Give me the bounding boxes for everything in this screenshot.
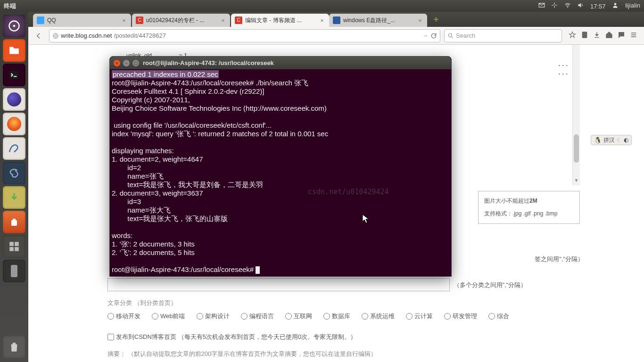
- trash-icon[interactable]: [3, 336, 25, 358]
- clock[interactable]: 17:57: [590, 3, 606, 10]
- svg-point-3: [13, 25, 16, 27]
- user-menu[interactable]: lijialin: [612, 2, 640, 9]
- app-icon-s[interactable]: [3, 162, 25, 184]
- svg-rect-10: [11, 265, 17, 277]
- ime-indicator[interactable]: 🐧 拼汉 ☾ ◐: [591, 135, 632, 145]
- new-tab-button[interactable]: +: [431, 15, 441, 25]
- close-icon[interactable]: ×: [319, 17, 325, 24]
- category-input[interactable]: [107, 278, 450, 291]
- chat-icon[interactable]: [618, 31, 625, 41]
- home-icon[interactable]: [605, 31, 613, 41]
- svg-rect-4: [9, 71, 19, 79]
- ellipsis-text: ...: [558, 60, 569, 67]
- nav-toolbar: write.blog.csdn.net/postedit/44728627 Se…: [28, 27, 644, 45]
- tag-hint: 签之间用","分隔）: [535, 255, 584, 263]
- category-radio[interactable]: Web前端: [152, 312, 185, 321]
- back-button[interactable]: [32, 29, 45, 42]
- menu-icon[interactable]: [630, 31, 637, 41]
- tab-qq[interactable]: QQ ×: [33, 14, 131, 27]
- app-icon-yellow[interactable]: [3, 186, 25, 209]
- favicon: [333, 16, 340, 24]
- search-input[interactable]: Search: [444, 29, 562, 42]
- penguin-icon: 🐧: [594, 137, 602, 144]
- favicon: C: [235, 16, 242, 24]
- category-radio-row: 移动开发 Web前端 架构设计 编程语言 互联网 数据库 系统运维 云计算 研发…: [107, 312, 580, 321]
- publish-checkbox[interactable]: [107, 334, 114, 340]
- svg-point-12: [448, 33, 452, 37]
- category-radio[interactable]: 系统运维: [362, 312, 395, 321]
- ellipsis-text: ...: [558, 69, 569, 76]
- active-app-name: 终端: [4, 2, 16, 10]
- multi-category-hint: （多个分类之间用","分隔）: [454, 281, 527, 288]
- category-radio[interactable]: 编程语言: [241, 312, 274, 321]
- upload-hint-box: 图片大小不能超过2M 支持格式：.jpg .gif .png .bmp: [478, 191, 580, 224]
- category-radio[interactable]: 研发管理: [444, 312, 477, 321]
- search-icon: [447, 33, 454, 39]
- svg-point-1: [614, 3, 617, 6]
- toolbar-icons: [566, 31, 640, 41]
- tab-edit-article[interactable]: C 编辑文章 - 博客频道 ... ×: [231, 14, 329, 27]
- files-icon[interactable]: [3, 39, 25, 62]
- tab-windows-e-path[interactable]: windows E盘路径_... ×: [329, 14, 427, 27]
- scroll-down-icon[interactable]: ▼: [573, 178, 580, 185]
- mysql-workbench-icon[interactable]: [3, 137, 25, 160]
- terminal-title: root@lijialin-Aspire-4743: /usr/local/co…: [143, 59, 447, 66]
- category-radio[interactable]: 互联网: [285, 312, 312, 321]
- scrollbar-thumb[interactable]: [574, 134, 579, 163]
- network-icon[interactable]: [564, 2, 571, 8]
- category-radio[interactable]: 架构设计: [197, 312, 230, 321]
- svg-rect-6: [9, 242, 14, 246]
- eclipse-icon[interactable]: [3, 88, 25, 111]
- mail-icon[interactable]: [538, 2, 545, 8]
- globe-icon: [52, 33, 59, 39]
- svg-rect-7: [15, 242, 19, 246]
- top-panel: 终端 17:57 lijialin: [0, 0, 644, 12]
- terminal-cursor: [256, 266, 260, 274]
- downloads-icon[interactable]: [593, 31, 601, 41]
- volume-icon[interactable]: [577, 2, 584, 8]
- svg-rect-9: [15, 247, 19, 251]
- bookmark-star-icon[interactable]: [569, 31, 576, 41]
- tab-strip: QQ × C u010429424的专栏 - ... × C 编辑文章 - 博客…: [28, 12, 644, 27]
- moon-icon: ☾: [617, 137, 622, 143]
- favicon: [37, 16, 44, 24]
- tab-csdn-column[interactable]: C u010429424的专栏 - ... ×: [132, 14, 230, 27]
- close-icon[interactable]: ×: [220, 17, 226, 24]
- system-tray: 17:57 lijialin: [534, 2, 640, 10]
- editor-scrollbar[interactable]: ▼: [572, 45, 580, 185]
- url-input[interactable]: write.blog.csdn.net/postedit/44728627: [49, 29, 440, 42]
- abstract-title: 摘要： （默认自动提取您文章的前200字显示在博客首页作为文章摘要，您也可以在这…: [107, 350, 580, 358]
- window-close-button[interactable]: ×: [114, 60, 120, 66]
- category-radio[interactable]: 数据库: [323, 312, 350, 321]
- reader-icon[interactable]: [581, 31, 588, 41]
- terminal-titlebar[interactable]: × − ▢ root@lijialin-Aspire-4743: /usr/lo…: [110, 57, 451, 69]
- dash-icon[interactable]: [3, 15, 25, 37]
- settings-dot-icon: ◐: [624, 137, 628, 143]
- terminal-body[interactable]: precached 1 indexes in 0.022 sec root@li…: [110, 69, 451, 275]
- publish-hint: （每天有5次机会发布到首页，您今天已使用0次。专家无限制。）: [178, 333, 356, 341]
- terminal-icon[interactable]: [3, 64, 25, 86]
- close-icon[interactable]: ×: [417, 17, 423, 24]
- window-maximize-button[interactable]: ▢: [132, 60, 139, 66]
- firefox-icon[interactable]: [3, 113, 25, 135]
- reload-icon[interactable]: [430, 33, 437, 39]
- app-icon-dark[interactable]: [3, 260, 25, 282]
- svg-point-0: [567, 7, 568, 8]
- updates-icon[interactable]: [551, 2, 558, 8]
- svg-rect-5: [11, 220, 17, 226]
- ime-label: 拼汉: [603, 136, 615, 144]
- terminal-window[interactable]: × − ▢ root@lijialin-Aspire-4743: /usr/lo…: [109, 56, 452, 277]
- category-radio[interactable]: 综合: [488, 312, 509, 321]
- favicon: C: [136, 16, 143, 24]
- unity-launcher: [0, 12, 28, 362]
- close-icon[interactable]: ×: [121, 17, 127, 24]
- dropdown-icon[interactable]: [423, 33, 429, 39]
- category-radio[interactable]: 移动开发: [107, 312, 140, 321]
- window-minimize-button[interactable]: −: [123, 60, 130, 66]
- article-category-title: 文章分类 （到分类首页）: [107, 299, 580, 307]
- category-radio[interactable]: 云计算: [406, 312, 433, 321]
- workspace-switcher-icon[interactable]: [3, 235, 25, 258]
- svg-rect-8: [9, 247, 14, 251]
- publish-label: 发布到CSDN博客首页: [116, 333, 176, 341]
- ubuntu-software-icon[interactable]: [3, 211, 25, 233]
